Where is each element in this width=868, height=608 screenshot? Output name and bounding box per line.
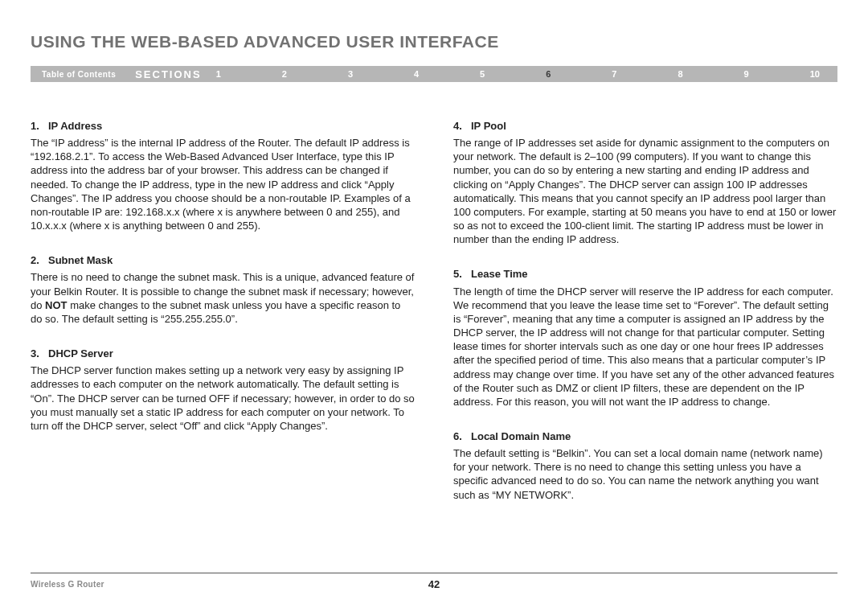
page-title: USING THE WEB-BASED ADVANCED USER INTERF…: [31, 32, 837, 51]
section-body: There is no need to change the subnet ma…: [31, 270, 415, 326]
section-numbers: 1 2 3 4 5 6 7 8 9 10: [216, 69, 837, 79]
sections-label: SECTIONS: [127, 68, 215, 80]
section-link-7[interactable]: 7: [612, 69, 616, 79]
section-body: The “IP address” is the internal IP addr…: [31, 136, 415, 232]
section-link-2[interactable]: 2: [282, 69, 287, 79]
section-link-10[interactable]: 10: [810, 69, 820, 79]
section-heading: 4.IP Pool: [453, 119, 837, 133]
section-dhcp-server: 3.DHCP Server The DHCP server function m…: [31, 347, 415, 433]
body-post: make changes to the subnet mask unless y…: [31, 299, 400, 325]
left-column: 1.IP Address The “IP address” is the int…: [31, 119, 415, 523]
section-title: Lease Time: [471, 268, 528, 280]
section-heading: 6.Local Domain Name: [453, 429, 837, 443]
section-heading: 1.IP Address: [31, 119, 415, 133]
page-number: 42: [428, 578, 440, 590]
section-link-6[interactable]: 6: [546, 69, 551, 79]
section-title: Subnet Mask: [48, 254, 113, 266]
section-link-1[interactable]: 1: [216, 69, 221, 79]
section-subnet-mask: 2.Subnet Mask There is no need to change…: [31, 253, 415, 326]
section-link-9[interactable]: 9: [744, 69, 749, 79]
section-heading: 5.Lease Time: [453, 267, 837, 281]
product-name: Wireless G Router: [31, 580, 104, 589]
section-navbar: Table of Contents SECTIONS 1 2 3 4 5 6 7…: [31, 66, 837, 82]
section-number: 2.: [31, 253, 48, 267]
section-link-5[interactable]: 5: [480, 69, 485, 79]
section-link-4[interactable]: 4: [414, 69, 419, 79]
section-ip-pool: 4.IP Pool The range of IP addresses set …: [453, 119, 837, 246]
section-number: 3.: [31, 347, 48, 360]
section-local-domain-name: 6.Local Domain Name The default setting …: [453, 429, 837, 502]
section-number: 5.: [453, 267, 471, 281]
section-title: IP Pool: [471, 120, 506, 132]
page-footer: Wireless G Router 42: [31, 573, 837, 589]
section-number: 6.: [453, 429, 471, 443]
section-link-8[interactable]: 8: [678, 69, 682, 79]
section-heading: 3.DHCP Server: [31, 347, 415, 360]
section-link-3[interactable]: 3: [348, 69, 353, 79]
section-lease-time: 5.Lease Time The length of time the DHCP…: [453, 267, 837, 409]
content-columns: 1.IP Address The “IP address” is the int…: [31, 119, 837, 523]
section-title: Local Domain Name: [471, 430, 571, 442]
section-body: The length of time the DHCP server will …: [453, 285, 837, 409]
section-title: IP Address: [48, 120, 102, 132]
body-bold: NOT: [45, 299, 67, 311]
document-page: USING THE WEB-BASED ADVANCED USER INTERF…: [0, 0, 868, 608]
section-number: 1.: [31, 119, 48, 133]
section-number: 4.: [453, 119, 471, 133]
section-body: The default setting is “Belkin”. You can…: [453, 446, 837, 502]
toc-link[interactable]: Table of Contents: [31, 70, 127, 79]
section-body: The range of IP addresses set aside for …: [453, 136, 837, 246]
section-heading: 2.Subnet Mask: [31, 253, 415, 267]
section-body: The DHCP server function makes setting u…: [31, 364, 415, 433]
section-title: DHCP Server: [48, 347, 113, 359]
section-ip-address: 1.IP Address The “IP address” is the int…: [31, 119, 415, 232]
right-column: 4.IP Pool The range of IP addresses set …: [453, 119, 837, 523]
